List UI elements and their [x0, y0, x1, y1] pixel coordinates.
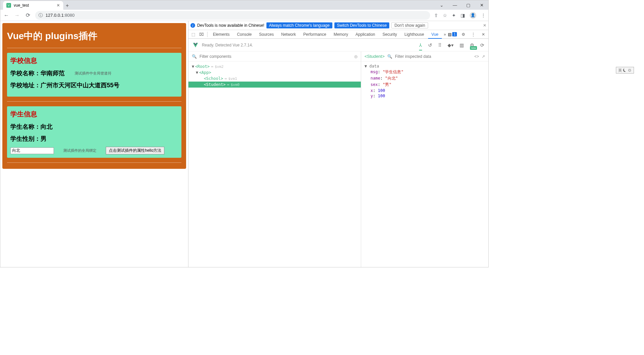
inspect-icon[interactable]: ⬚: [190, 32, 197, 37]
diamond-icon[interactable]: ◆▾: [448, 42, 454, 48]
back-button[interactable]: ←: [3, 12, 10, 18]
test-hello-button[interactable]: 点击测试插件的属性hello方法: [106, 147, 164, 154]
vue-logo-icon: [192, 42, 198, 48]
tab-title: vue_test: [14, 3, 29, 8]
tree-node-school[interactable]: <School>=$vm1: [188, 76, 361, 82]
url-bar[interactable]: ⓘ 127.0.0.1:8080: [35, 11, 430, 20]
external-icon[interactable]: ↗: [482, 54, 485, 59]
filter-data-input[interactable]: [395, 54, 472, 59]
devtools: i DevTools is now available in Chinese! …: [188, 21, 488, 267]
content-area: Vue中的 plugins插件 学校信息 学校名称：华南师范 测试插件中全局管道…: [0, 21, 488, 267]
more-tabs-icon[interactable]: »: [442, 32, 448, 37]
data-prop-sex[interactable]: sex: "男": [365, 82, 485, 88]
student-heading: 学生信息: [10, 110, 178, 119]
kebab-icon[interactable]: ⋮: [470, 32, 477, 37]
school-heading: 学校信息: [10, 56, 178, 65]
vue-toolbar: Ready. Detected Vue 2.7.14. ⅄ ↺ ⠿ ◆▾ ▥ ⚙…: [188, 39, 488, 51]
close-window-button[interactable]: ✕: [475, 0, 488, 10]
browser-tab[interactable]: V vue_test ✕: [3, 1, 63, 10]
search-icon: 🔍: [387, 54, 392, 59]
devtools-banner: i DevTools is now available in Chinese! …: [188, 21, 488, 30]
data-prop-x[interactable]: x: 100: [365, 88, 485, 93]
student-name-input[interactable]: [10, 147, 54, 154]
favicon: V: [6, 3, 11, 8]
titlebar: V vue_test ✕ + ⌄ — ▢ ✕: [0, 0, 488, 10]
switch-language-button[interactable]: Switch DevTools to Chinese: [334, 22, 390, 28]
tree-panel-head: 🔍 ◎: [188, 51, 361, 62]
components-icon[interactable]: ⅄: [419, 42, 422, 50]
chart-icon[interactable]: ▥: [460, 42, 464, 48]
student-card: 学生信息 学生名称：向北 学生性别：男 测试插件的全局绑定 点击测试插件的属性h…: [7, 106, 181, 158]
pipe-note: 测试插件中全局管道符: [75, 71, 111, 76]
search-icon: 🔍: [192, 54, 197, 59]
info-icon: i: [190, 23, 195, 28]
data-panel-head: <Student> 🔍 <> ↗: [361, 51, 488, 62]
vue-tools: ⅄ ↺ ⠿ ◆▾ ▥ ⚙new ⟳: [419, 42, 484, 48]
divider: [7, 101, 181, 102]
close-icon[interactable]: ✕: [483, 23, 486, 28]
divider: [7, 162, 181, 163]
filter-components-input[interactable]: [199, 54, 351, 59]
code-icon[interactable]: <>: [474, 54, 479, 59]
address-bar: ← → ⟳ ⓘ 127.0.0.1:8080 ⇪ ☆ ✦ ◨ 👤 ⋮: [0, 10, 488, 21]
devtools-tabs: ⬚ ⌧ Elements Console Sources Network Per…: [188, 30, 488, 39]
student-name-row: 学生名称：向北: [10, 123, 178, 131]
close-tab-icon[interactable]: ✕: [57, 3, 60, 8]
data-prop-msg[interactable]: msg: "学生信息": [365, 69, 485, 75]
vue-body: 🔍 ◎ ▼ <Root>=$vm2 ▼ <App> <School>=$vm1: [188, 51, 488, 267]
reload-button[interactable]: ⟳: [24, 12, 31, 18]
tab-performance[interactable]: Performance: [300, 30, 330, 39]
bookmark-icon[interactable]: ☆: [443, 13, 447, 18]
bind-note: 测试插件的全局绑定: [63, 148, 96, 153]
new-tab-button[interactable]: +: [63, 2, 71, 10]
tab-vue[interactable]: Vue: [428, 30, 442, 39]
data-prop-name[interactable]: name: "向北": [365, 75, 485, 82]
tab-security[interactable]: Security: [379, 30, 400, 39]
share-icon[interactable]: ⇪: [434, 13, 438, 18]
data-body: ▼ data msg: "学生信息" name: "向北" sex: "男" x…: [361, 62, 488, 101]
side-panel-icon[interactable]: ◨: [461, 13, 465, 18]
tab-application[interactable]: Application: [352, 30, 379, 39]
gear-icon[interactable]: ⚙: [460, 32, 467, 37]
extensions-icon[interactable]: ✦: [452, 13, 456, 18]
tab-memory[interactable]: Memory: [330, 30, 351, 39]
close-devtools-icon[interactable]: ✕: [480, 32, 487, 37]
data-section-header[interactable]: ▼ data: [365, 64, 485, 69]
dont-show-button[interactable]: Don't show again: [391, 22, 428, 28]
refresh-icon[interactable]: ⟳: [480, 42, 484, 48]
minimize-button[interactable]: —: [448, 0, 462, 10]
component-tree-panel: 🔍 ◎ ▼ <Root>=$vm2 ▼ <App> <School>=$vm1: [188, 51, 361, 267]
tab-elements[interactable]: Elements: [210, 30, 233, 39]
target-icon[interactable]: ◎: [354, 54, 357, 59]
grid-icon[interactable]: ⠿: [438, 42, 441, 48]
tab-sources[interactable]: Sources: [256, 30, 277, 39]
data-panel: <Student> 🔍 <> ↗ ▼ data msg: "学生信息" name…: [361, 51, 488, 267]
tab-console[interactable]: Console: [234, 30, 255, 39]
page-title: Vue中的 plugins插件: [7, 28, 181, 48]
tab-network[interactable]: Network: [278, 30, 299, 39]
school-name-row: 学校名称：华南师范 测试插件中全局管道符: [10, 69, 178, 77]
data-prop-y[interactable]: y: 100: [365, 93, 485, 99]
menu-icon[interactable]: ⋮: [481, 13, 486, 18]
info-icon: ⓘ: [38, 12, 43, 18]
separator: [207, 32, 208, 37]
profile-icon[interactable]: 👤: [470, 12, 476, 19]
component-tree: ▼ <Root>=$vm2 ▼ <App> <School>=$vm1 <Stu…: [188, 62, 361, 90]
maximize-button[interactable]: ▢: [462, 0, 475, 10]
device-icon[interactable]: ⌧: [198, 32, 205, 37]
school-card: 学校信息 学校名称：华南师范 测试插件中全局管道符 学校地址：广州市天河区中山大…: [7, 53, 181, 97]
school-name-label: 学校名称：华南师范: [10, 69, 65, 77]
tab-lighthouse[interactable]: Lighthouse: [401, 30, 427, 39]
browser-window: V vue_test ✕ + ⌄ — ▢ ✕ ← → ⟳ ⓘ 127.0.0.1…: [0, 0, 489, 267]
tree-node-root[interactable]: ▼ <Root>=$vm2: [188, 64, 361, 70]
chrome-toolbar: ⇪ ☆ ✦ ◨ 👤 ⋮: [434, 12, 486, 19]
forward-button[interactable]: →: [14, 12, 20, 18]
banner-text: DevTools is now available in Chinese!: [197, 23, 264, 28]
tree-node-student[interactable]: <Student>=$vm0: [188, 82, 361, 88]
issues-button[interactable]: ▤1: [448, 32, 457, 37]
match-language-button[interactable]: Always match Chrome's language: [266, 22, 332, 28]
settings-icon[interactable]: ⚙new: [470, 42, 474, 48]
tree-node-app[interactable]: ▼ <App>: [188, 70, 361, 76]
chevron-down-icon[interactable]: ⌄: [435, 0, 448, 10]
history-icon[interactable]: ↺: [428, 42, 432, 48]
